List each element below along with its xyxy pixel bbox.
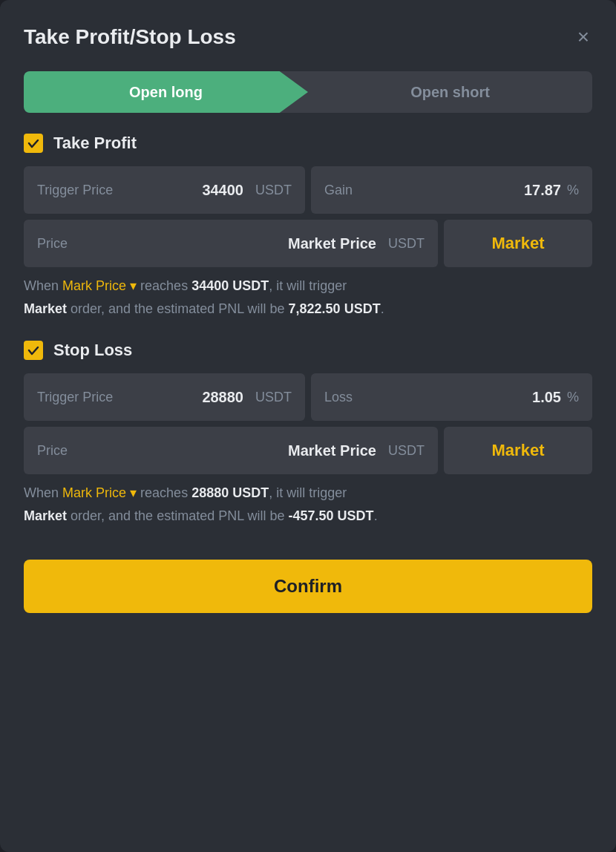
take-profit-price-row: Price Market Price USDT Market — [24, 220, 592, 267]
take-profit-checkbox[interactable] — [24, 134, 43, 153]
close-button[interactable]: × — [574, 24, 592, 50]
take-profit-desc-prefix: When — [24, 278, 59, 293]
stop-loss-loss-label: Loss — [324, 390, 353, 405]
stop-loss-market-btn-label: Market — [492, 441, 545, 460]
confirm-button[interactable]: Confirm — [24, 560, 592, 613]
stop-loss-loss-value: 1.05 — [532, 389, 561, 406]
stop-loss-market-price-label: Market Price — [288, 442, 376, 459]
stop-loss-trigger-value: 28880 — [202, 389, 243, 406]
stop-loss-loss-box: Loss 1.05 % — [311, 373, 592, 421]
stop-loss-desc-pnl: -457.50 USDT — [289, 508, 374, 523]
stop-loss-loss-right: 1.05 % — [532, 389, 579, 406]
take-profit-gain-box: Gain 17.87 % — [311, 166, 592, 214]
stop-loss-checkbox[interactable] — [24, 341, 43, 360]
take-profit-market-btn-label: Market — [492, 234, 545, 253]
take-profit-price-label: Price — [37, 236, 68, 252]
stop-loss-header: Stop Loss — [24, 341, 592, 360]
stop-loss-price-unit: USDT — [388, 443, 425, 459]
stop-loss-desc-mid2: , it will trigger — [269, 485, 347, 500]
take-profit-trigger-row: Trigger Price 34400 USDT Gain 17.87 % — [24, 166, 592, 214]
take-profit-desc-order: Market — [24, 301, 67, 316]
take-profit-trigger-unit: USDT — [255, 183, 292, 198]
take-profit-market-button[interactable]: Market — [444, 220, 592, 267]
stop-loss-price-box[interactable]: Price Market Price USDT — [24, 427, 438, 474]
stop-loss-desc-mid: reaches — [140, 485, 188, 500]
take-profit-trigger-right: 34400 USDT — [202, 182, 292, 199]
stop-loss-price-row: Price Market Price USDT Market — [24, 427, 592, 474]
take-profit-trigger-value: 34400 — [202, 182, 243, 199]
take-profit-price-unit: USDT — [388, 236, 425, 252]
stop-loss-market-button[interactable]: Market — [444, 427, 592, 474]
take-profit-header: Take Profit — [24, 134, 592, 153]
stop-loss-desc-prefix: When — [24, 485, 59, 500]
stop-loss-desc-order: Market — [24, 508, 67, 523]
stop-loss-trigger-unit: USDT — [255, 390, 292, 405]
stop-loss-loss-unit: % — [567, 390, 579, 405]
modal-header: Take Profit/Stop Loss × — [24, 24, 592, 50]
take-profit-gain-value: 17.87 — [524, 182, 561, 199]
take-profit-desc-value: 34400 USDT — [191, 278, 269, 293]
take-profit-desc-mid: reaches — [140, 278, 188, 293]
take-profit-section: Take Profit Trigger Price 34400 USDT Gai… — [24, 134, 592, 320]
take-profit-gain-unit: % — [567, 183, 579, 198]
take-profit-desc-pnl: 7,822.50 USDT — [289, 301, 381, 316]
modal-container: Take Profit/Stop Loss × Open long Open s… — [0, 0, 616, 852]
stop-loss-desc-suffix: order, and the estimated PNL will be — [71, 508, 285, 523]
stop-loss-mark-price[interactable]: Mark Price ▾ — [62, 485, 137, 500]
take-profit-gain-right: 17.87 % — [524, 182, 579, 199]
take-profit-description: When Mark Price ▾ reaches 34400 USDT, it… — [24, 275, 592, 320]
stop-loss-trigger-right: 28880 USDT — [202, 389, 292, 406]
take-profit-label: Take Profit — [53, 134, 137, 153]
tab-group: Open long Open short — [24, 71, 592, 113]
take-profit-price-box[interactable]: Price Market Price USDT — [24, 220, 438, 267]
take-profit-market-price-label: Market Price — [288, 235, 376, 252]
stop-loss-trigger-row: Trigger Price 28880 USDT Loss 1.05 % — [24, 373, 592, 421]
take-profit-desc-suffix: order, and the estimated PNL will be — [71, 301, 285, 316]
stop-loss-section: Stop Loss Trigger Price 28880 USDT Loss … — [24, 341, 592, 527]
take-profit-desc-end: . — [381, 301, 384, 316]
tab-open-short[interactable]: Open short — [308, 71, 592, 113]
modal-title: Take Profit/Stop Loss — [24, 25, 236, 49]
stop-loss-desc-end: . — [374, 508, 378, 523]
stop-loss-price-right: Market Price USDT — [288, 442, 425, 459]
take-profit-desc-mid2: , it will trigger — [269, 278, 347, 293]
stop-loss-trigger-box[interactable]: Trigger Price 28880 USDT — [24, 373, 305, 421]
take-profit-trigger-label: Trigger Price — [37, 183, 113, 198]
stop-loss-description: When Mark Price ▾ reaches 28880 USDT, it… — [24, 482, 592, 527]
tab-open-long[interactable]: Open long — [24, 71, 308, 113]
take-profit-price-right: Market Price USDT — [288, 235, 425, 252]
take-profit-mark-price[interactable]: Mark Price ▾ — [62, 278, 137, 293]
stop-loss-desc-value: 28880 USDT — [191, 485, 269, 500]
stop-loss-price-label: Price — [37, 443, 68, 459]
stop-loss-label: Stop Loss — [53, 341, 132, 360]
stop-loss-trigger-label: Trigger Price — [37, 390, 113, 405]
take-profit-trigger-box[interactable]: Trigger Price 34400 USDT — [24, 166, 305, 214]
take-profit-gain-label: Gain — [324, 183, 353, 198]
